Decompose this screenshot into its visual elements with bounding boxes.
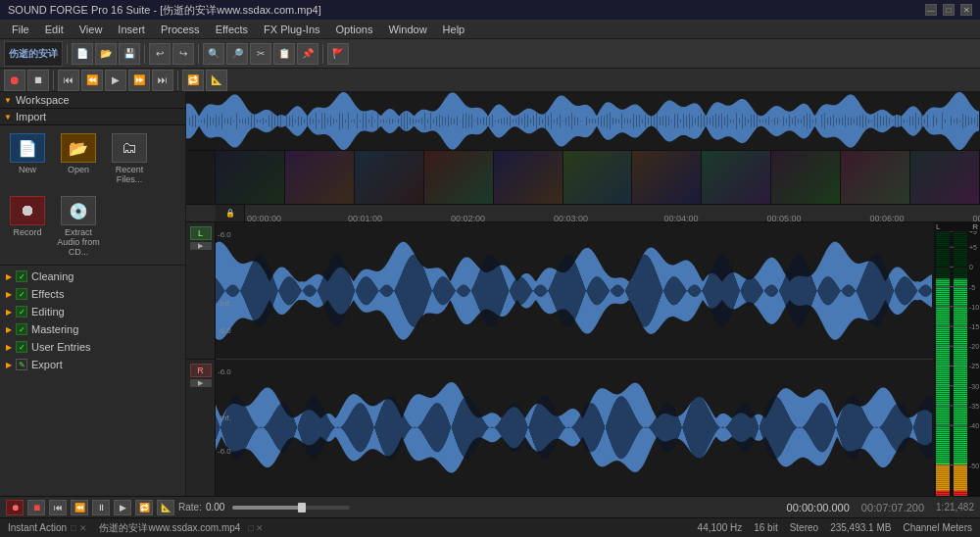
main-toolbar: 伤逝的安详 📄 📂 💾 ↩ ↪ 🔍 🔎 ✂ 📋 📌 🚩: [0, 39, 980, 69]
nav-editing[interactable]: ▶ ✓ Editing: [0, 303, 185, 320]
db-label-l-inf: -Inf.: [218, 299, 231, 308]
status-sep2: ✕: [79, 523, 87, 533]
transport-bar: ⏺ ⏹ ⏮ ⏪ ⏸ ▶ 🔁 📐 Rate: 0.00 00:00:00.000 …: [0, 496, 980, 517]
extract-audio-icon: 💿: [61, 196, 96, 225]
record-button[interactable]: ⏺ Record: [4, 192, 51, 261]
tb2-loop[interactable]: 🔁: [182, 70, 204, 91]
video-strip: [186, 151, 980, 205]
extract-audio-button[interactable]: 💿 Extract Audio from CD...: [55, 192, 102, 261]
toolbar-new[interactable]: 📄: [72, 43, 93, 65]
tb2-back[interactable]: ⏪: [81, 70, 103, 91]
toolbar-undo[interactable]: ↩: [149, 43, 171, 65]
import-header[interactable]: ▼ Import: [0, 109, 185, 125]
menu-edit[interactable]: Edit: [37, 22, 72, 37]
toolbar-marker[interactable]: 🚩: [327, 43, 349, 65]
video-thumb-9: [771, 151, 841, 204]
close-button[interactable]: ✕: [960, 4, 972, 16]
sidebar: ▼ Workspace ▼ Import 📄 New 📂 Open 🗂 Rece…: [0, 92, 186, 496]
video-thumb-8: [702, 151, 771, 204]
channel-l-button[interactable]: L: [190, 226, 212, 240]
toolbar-paste[interactable]: 📌: [297, 43, 318, 65]
status-left: Instant Action □ ✕ 伤逝的安详www.ssdax.com.mp…: [8, 521, 264, 535]
tb2-stop[interactable]: ⏹: [27, 70, 49, 91]
cleaning-checkbox[interactable]: ✓: [16, 270, 27, 282]
toolbar-cut[interactable]: ✂: [250, 43, 271, 65]
minimize-button[interactable]: —: [925, 4, 937, 16]
rate-label: Rate:: [178, 502, 202, 513]
main-area: ▼ Workspace ▼ Import 📄 New 📂 Open 🗂 Rece…: [0, 92, 980, 496]
nav-export[interactable]: ▶ ✎ Export: [0, 356, 185, 373]
channel-meters-label: Channel Meters: [903, 522, 972, 533]
video-thumb-2: [285, 151, 355, 204]
content-area: 🔒 00:00:00 00:01:00 00:02:00 00:03:00 00…: [186, 92, 980, 496]
maximize-button[interactable]: □: [943, 4, 955, 16]
toolbar-open[interactable]: 📂: [95, 43, 117, 65]
menu-insert[interactable]: Insert: [110, 22, 153, 37]
recent-files-button[interactable]: 🗂 Recent Files...: [106, 129, 153, 188]
toolbar-separator-2: [144, 44, 145, 64]
toolbar-redo[interactable]: ↪: [172, 43, 194, 65]
effects-label: Effects: [31, 288, 64, 300]
mastering-checkbox[interactable]: ✓: [16, 323, 27, 335]
transport-snap[interactable]: 📐: [157, 500, 174, 515]
channel-r-button[interactable]: R: [190, 364, 212, 377]
transport-record[interactable]: ⏺: [6, 500, 24, 515]
menu-process[interactable]: Process: [153, 22, 208, 37]
tb2-prev[interactable]: ⏮: [58, 70, 79, 91]
tb2-record[interactable]: ⏺: [4, 70, 25, 91]
toolbar-separator-4: [322, 44, 323, 64]
file-size: 235,493.1 MB: [830, 522, 891, 533]
transport-play[interactable]: ▶: [114, 500, 131, 515]
channel-r-mute[interactable]: ▶: [190, 379, 212, 387]
export-label: Export: [31, 359, 63, 370]
editing-checkbox[interactable]: ✓: [16, 306, 27, 317]
db-label-r-6-top: -6.0: [218, 367, 231, 376]
channel-l-mute[interactable]: ▶: [190, 242, 212, 250]
toolbar-save[interactable]: 💾: [119, 43, 140, 65]
transport-rewind[interactable]: ⏪: [71, 500, 88, 515]
tb2-next[interactable]: ⏭: [152, 70, 173, 91]
toolbar-zoom-in[interactable]: 🔍: [203, 43, 224, 65]
transport-loop[interactable]: 🔁: [135, 500, 153, 515]
bit-depth: 16 bit: [754, 522, 777, 533]
tb2-sep2: [177, 71, 178, 90]
menu-help[interactable]: Help: [435, 22, 473, 37]
open-button[interactable]: 📂 Open: [55, 129, 102, 188]
video-thumb-1: [216, 151, 285, 204]
nav-user-entries[interactable]: ▶ ✓ User Entries: [0, 338, 185, 356]
menu-window[interactable]: Window: [380, 22, 434, 37]
status-bar: Instant Action □ ✕ 伤逝的安详www.ssdax.com.mp…: [0, 517, 980, 537]
video-strip-label: [186, 151, 216, 204]
tb2-snap[interactable]: 📐: [206, 70, 227, 91]
menu-effects[interactable]: Effects: [208, 22, 256, 37]
waveform-canvas-area[interactable]: -6.0 -Inf. -6.0 -6.0 -Inf. -6.0: [216, 222, 933, 496]
window-controls[interactable]: — □ ✕: [925, 4, 972, 16]
db-label-l-6-top: -6.0: [218, 230, 231, 239]
menu-file[interactable]: File: [4, 22, 37, 37]
vu-label-r: R: [972, 222, 978, 231]
transport-stop[interactable]: ⏹: [27, 500, 45, 515]
rate-slider[interactable]: [232, 506, 350, 510]
export-checkbox[interactable]: ✎: [16, 359, 27, 370]
tb2-play[interactable]: ▶: [105, 70, 126, 91]
new-button[interactable]: 📄 New: [4, 129, 51, 188]
toolbar-zoom-out[interactable]: 🔎: [226, 43, 248, 65]
workspace-arrow: ▼: [4, 96, 12, 105]
workspace-label: Workspace: [16, 94, 70, 106]
file-close-btn[interactable]: □ ✕: [248, 523, 264, 533]
menu-fx-plugins[interactable]: FX Plug-Ins: [256, 22, 327, 37]
menu-options[interactable]: Options: [328, 22, 381, 37]
tb2-fwd[interactable]: ⏩: [128, 70, 150, 91]
workspace-header[interactable]: ▼ Workspace: [0, 92, 185, 109]
toolbar-copy[interactable]: 📋: [273, 43, 295, 65]
waveform-overview[interactable]: [186, 92, 980, 151]
user-entries-checkbox[interactable]: ✓: [16, 341, 27, 353]
lock-icon: 🔒: [225, 209, 235, 218]
effects-checkbox[interactable]: ✓: [16, 288, 27, 300]
menu-view[interactable]: View: [72, 22, 111, 37]
nav-mastering[interactable]: ▶ ✓ Mastering: [0, 320, 185, 338]
transport-prev[interactable]: ⏮: [49, 500, 67, 515]
nav-cleaning[interactable]: ▶ ✓ Cleaning: [0, 268, 185, 285]
nav-effects[interactable]: ▶ ✓ Effects: [0, 285, 185, 303]
transport-pause[interactable]: ⏸: [92, 500, 110, 515]
